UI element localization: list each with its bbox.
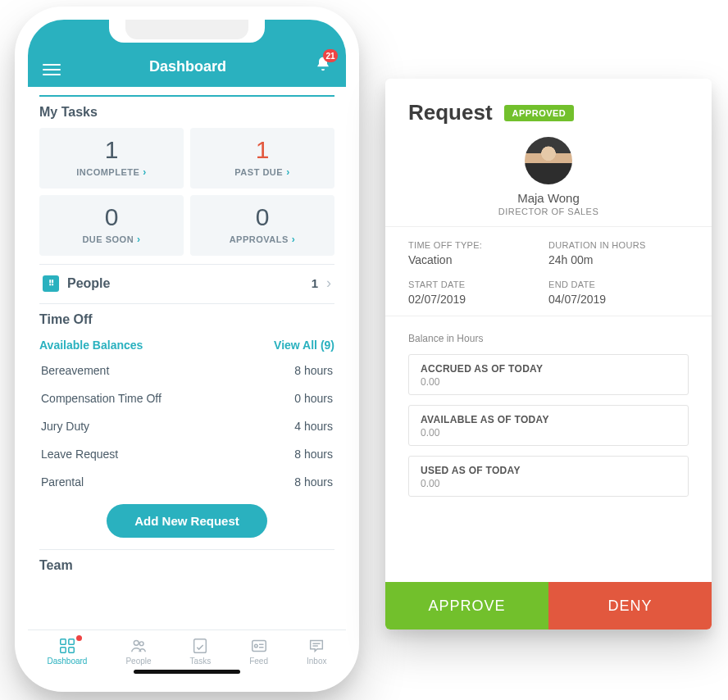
avatar <box>525 137 572 184</box>
task-label: APPROVALS <box>230 234 289 244</box>
feed-icon <box>250 637 268 655</box>
balance-box-label: ACCRUED AS OF TODAY <box>421 363 676 375</box>
people-count: 1 <box>312 276 318 290</box>
detail-value: Vacation <box>408 253 548 266</box>
tab-label: Dashboard <box>48 657 88 666</box>
balance-available: AVAILABLE AS OF TODAY 0.00 <box>408 405 689 446</box>
balance-row[interactable]: Bereavement 8 hours <box>39 357 334 384</box>
task-count: 1 <box>197 136 328 164</box>
svg-rect-2 <box>61 648 66 652</box>
svg-point-4 <box>134 640 139 645</box>
phone-frame: Dashboard 21 My Tasks 1 INCOMPLETE› 1 PA… <box>15 7 359 692</box>
svg-rect-0 <box>61 639 66 644</box>
tab-label: People <box>125 657 151 666</box>
tasks-grid: 1 INCOMPLETE› 1 PAST DUE› 0 DUE SOON› 0 … <box>39 128 334 256</box>
team-title: Team <box>39 549 334 573</box>
balance-value: 4 hours <box>294 420 333 433</box>
detail-type: TIME OFF TYPE: Vacation <box>408 240 548 266</box>
task-tile-incomplete[interactable]: 1 INCOMPLETE› <box>39 128 184 189</box>
task-label: DUE SOON <box>82 234 134 244</box>
balance-value: 8 hours <box>294 448 333 461</box>
chevron-right-icon: › <box>286 166 290 178</box>
tab-people[interactable]: People <box>125 637 151 666</box>
tab-tasks[interactable]: Tasks <box>190 637 212 666</box>
balance-row[interactable]: Compensation Time Off 0 hours <box>39 384 334 412</box>
svg-point-8 <box>254 644 257 648</box>
dashboard-icon <box>58 637 76 655</box>
task-tile-due-soon[interactable]: 0 DUE SOON› <box>39 195 184 256</box>
balance-name: Leave Request <box>41 448 118 461</box>
notifications-button[interactable]: 21 <box>315 56 331 75</box>
tab-label: Inbox <box>307 657 326 666</box>
people-row[interactable]: ⠿ People 1 › <box>39 264 334 302</box>
balance-used: USED AS OF TODAY 0.00 <box>408 456 689 497</box>
balance-row[interactable]: Parental 8 hours <box>39 468 334 496</box>
balance-value: 8 hours <box>294 364 333 377</box>
chevron-right-icon: › <box>143 166 147 178</box>
chevron-right-icon: › <box>137 234 141 245</box>
divider <box>39 95 334 97</box>
task-tile-past-due[interactable]: 1 PAST DUE› <box>190 128 334 189</box>
home-indicator <box>134 670 240 674</box>
detail-label: DURATION IN HOURS <box>548 240 689 250</box>
dashboard-content: My Tasks 1 INCOMPLETE› 1 PAST DUE› 0 DUE… <box>28 87 346 630</box>
tab-dashboard[interactable]: Dashboard <box>48 637 88 666</box>
detail-value: 02/07/2019 <box>408 293 548 306</box>
action-bar: APPROVE DENY <box>385 582 712 630</box>
detail-label: START DATE <box>408 280 548 289</box>
task-count: 0 <box>46 203 177 231</box>
page-title: Dashboard <box>61 58 315 75</box>
detail-label: END DATE <box>548 280 689 289</box>
balances-header: Available Balances View All (9) <box>39 339 334 352</box>
detail-value: 04/07/2019 <box>548 293 689 306</box>
tab-inbox[interactable]: Inbox <box>307 637 326 666</box>
menu-icon[interactable] <box>43 64 61 75</box>
inbox-icon <box>307 637 325 655</box>
balance-name: Jury Duty <box>41 420 89 433</box>
balances-label: Available Balances <box>39 339 143 352</box>
requester-profile: Maja Wong DIRECTOR OF SALES <box>385 134 712 226</box>
detail-start-date: START DATE 02/07/2019 <box>408 280 548 306</box>
balance-name: Compensation Time Off <box>41 392 162 405</box>
task-label: INCOMPLETE <box>76 167 139 177</box>
phone-notch <box>109 20 265 43</box>
my-tasks-title: My Tasks <box>39 105 334 120</box>
svg-rect-3 <box>69 648 74 652</box>
task-count: 1 <box>46 136 177 164</box>
task-tile-approvals[interactable]: 0 APPROVALS› <box>190 195 334 256</box>
svg-rect-1 <box>69 639 74 644</box>
add-new-request-button[interactable]: Add New Request <box>107 504 267 538</box>
balance-box-value: 0.00 <box>421 376 676 388</box>
card-header: Request APPROVED <box>385 79 712 134</box>
divider <box>39 303 334 304</box>
svg-rect-6 <box>194 639 207 653</box>
balance-name: Parental <box>41 475 84 489</box>
deny-button[interactable]: DENY <box>548 582 712 630</box>
tab-label: Tasks <box>190 657 212 666</box>
balance-row[interactable]: Jury Duty 4 hours <box>39 412 334 440</box>
time-off-title: Time Off <box>39 312 334 327</box>
balance-section: Balance in Hours ACCRUED AS OF TODAY 0.0… <box>385 316 712 582</box>
chevron-right-icon: › <box>326 275 331 292</box>
task-count: 0 <box>197 203 328 231</box>
request-card: Request APPROVED Maja Wong DIRECTOR OF S… <box>385 79 712 630</box>
request-details: TIME OFF TYPE: Vacation DURATION IN HOUR… <box>385 226 712 316</box>
detail-value: 24h 00m <box>548 253 689 266</box>
task-label: PAST DUE <box>234 167 283 177</box>
notification-dot <box>76 635 82 641</box>
detail-duration: DURATION IN HOURS 24h 00m <box>548 240 689 266</box>
card-title: Request <box>408 100 493 125</box>
approve-button[interactable]: APPROVE <box>385 582 548 630</box>
people-icon: ⠿ <box>43 275 59 292</box>
balance-box-label: USED AS OF TODAY <box>421 465 676 476</box>
notification-badge: 21 <box>323 49 338 62</box>
requester-name: Maja Wong <box>385 191 712 205</box>
people-icon <box>130 637 148 655</box>
balance-row[interactable]: Leave Request 8 hours <box>39 440 334 468</box>
balance-box-value: 0.00 <box>421 478 676 489</box>
view-all-link[interactable]: View All (9) <box>274 339 334 352</box>
tab-feed[interactable]: Feed <box>249 637 268 666</box>
balance-box-label: AVAILABLE AS OF TODAY <box>421 414 676 425</box>
requester-role: DIRECTOR OF SALES <box>385 207 712 216</box>
chevron-right-icon: › <box>292 234 296 245</box>
